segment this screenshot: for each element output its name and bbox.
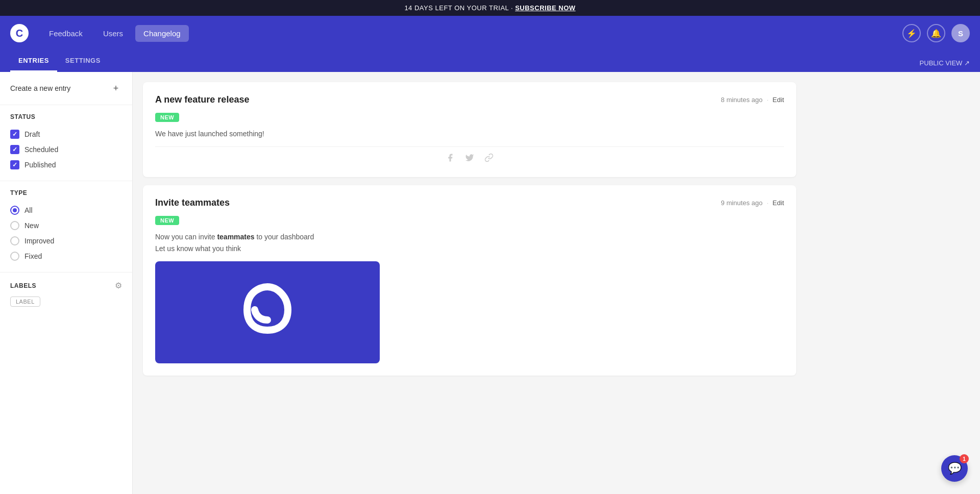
status-filter-title: Status xyxy=(10,113,122,120)
type-all[interactable]: All xyxy=(10,203,122,218)
sub-nav-right: PUBLIC VIEW ↗ xyxy=(920,59,970,72)
all-label: All xyxy=(24,206,33,214)
flash-icon: ⚡ xyxy=(906,29,917,38)
logo[interactable]: C xyxy=(10,24,29,42)
status-draft[interactable]: Draft xyxy=(10,127,122,142)
chat-icon: 💬 xyxy=(948,462,962,475)
new-badge-1: NEW xyxy=(155,216,179,225)
type-improved[interactable]: Improved xyxy=(10,233,122,249)
avatar[interactable]: S xyxy=(951,24,970,42)
bell-icon: 🔔 xyxy=(931,29,941,38)
scheduled-label: Scheduled xyxy=(24,145,58,154)
entry-time-0: 8 minutes ago xyxy=(721,96,763,104)
status-published[interactable]: Published xyxy=(10,157,122,172)
plus-icon: + xyxy=(110,82,122,94)
type-fixed[interactable]: Fixed xyxy=(10,249,122,264)
entry-header-0: A new feature release 8 minutes ago · Ed… xyxy=(155,94,784,105)
nav-changelog[interactable]: Changelog xyxy=(135,25,189,42)
new-label: New xyxy=(24,221,39,230)
create-entry-label: Create a new entry xyxy=(10,84,70,92)
draft-label: Draft xyxy=(24,130,40,138)
sub-nav: ENTRIES SETTINGS PUBLIC VIEW ↗ xyxy=(0,51,980,72)
entry-image-1 xyxy=(155,261,380,363)
tab-settings[interactable]: SETTINGS xyxy=(57,51,109,72)
published-checkbox[interactable] xyxy=(10,160,19,169)
nav-feedback[interactable]: Feedback xyxy=(41,25,91,42)
fixed-label: Fixed xyxy=(24,252,42,260)
link-icon[interactable] xyxy=(484,153,494,165)
nav-right: ⚡ 🔔 S xyxy=(902,24,970,42)
create-entry-button[interactable]: Create a new entry + xyxy=(0,72,132,105)
labels-section: Labels ⚙ LABEL xyxy=(0,273,132,315)
published-label: Published xyxy=(24,161,56,169)
meta-dot-0: · xyxy=(767,96,769,104)
content-area: A new feature release 8 minutes ago · Ed… xyxy=(133,72,806,494)
entry-edit-0[interactable]: Edit xyxy=(773,96,784,104)
meta-dot-1: · xyxy=(767,199,769,207)
entry-meta-0: 8 minutes ago · Edit xyxy=(721,96,784,104)
trial-banner: 14 DAYS LEFT ON YOUR TRIAL · SUBSCRIBE N… xyxy=(0,0,980,16)
flash-button[interactable]: ⚡ xyxy=(902,24,921,42)
status-scheduled[interactable]: Scheduled xyxy=(10,142,122,157)
entry-body-1: Now you can invite teammates to your das… xyxy=(155,231,784,254)
type-filter: Type All New Improved Fixed xyxy=(0,181,132,273)
bell-button[interactable]: 🔔 xyxy=(927,24,945,42)
gear-icon[interactable]: ⚙ xyxy=(115,281,122,290)
top-nav: C Feedback Users Changelog ⚡ 🔔 S xyxy=(0,16,980,51)
entry-title-1: Invite teammates xyxy=(155,197,230,208)
fixed-radio[interactable] xyxy=(10,252,19,261)
entry-card-1: Invite teammates 9 minutes ago · Edit NE… xyxy=(143,185,796,376)
trial-text: 14 DAYS LEFT ON YOUR TRIAL · xyxy=(404,4,515,12)
entry-header-1: Invite teammates 9 minutes ago · Edit xyxy=(155,197,784,208)
label-badge: LABEL xyxy=(10,297,40,307)
type-filter-title: Type xyxy=(10,189,122,196)
new-badge-0: NEW xyxy=(155,113,179,122)
twitter-icon[interactable] xyxy=(465,153,474,165)
all-radio[interactable] xyxy=(10,206,19,215)
labels-header: Labels ⚙ xyxy=(10,281,122,290)
subscribe-link[interactable]: SUBSCRIBE NOW xyxy=(515,4,575,12)
status-filter: Status Draft Scheduled Published xyxy=(0,105,132,181)
type-new[interactable]: New xyxy=(10,218,122,233)
entry-title-0: A new feature release xyxy=(155,94,249,105)
entry-meta-1: 9 minutes ago · Edit xyxy=(721,199,784,207)
improved-label: Improved xyxy=(24,237,54,245)
chat-badge: 1 xyxy=(960,454,969,463)
tab-entries[interactable]: ENTRIES xyxy=(10,51,57,72)
logo-icon: C xyxy=(16,28,23,39)
nav-users[interactable]: Users xyxy=(95,25,131,42)
share-icons-0 xyxy=(155,146,784,165)
entry-time-1: 9 minutes ago xyxy=(721,199,763,207)
entry-body-0: We have just launched something! xyxy=(155,128,784,139)
entry-edit-1[interactable]: Edit xyxy=(773,199,784,207)
new-radio[interactable] xyxy=(10,221,19,230)
facebook-icon[interactable] xyxy=(446,153,455,165)
main-layout: Create a new entry + Status Draft Schedu… xyxy=(0,72,980,494)
public-view-link[interactable]: PUBLIC VIEW ↗ xyxy=(920,59,970,67)
improved-radio[interactable] xyxy=(10,236,19,245)
labels-title: Labels xyxy=(10,282,36,289)
draft-checkbox[interactable] xyxy=(10,130,19,139)
nav-links: Feedback Users Changelog xyxy=(41,25,902,42)
sidebar: Create a new entry + Status Draft Schedu… xyxy=(0,72,133,494)
scheduled-checkbox[interactable] xyxy=(10,145,19,154)
right-panel xyxy=(806,72,980,494)
entry-card-0: A new feature release 8 minutes ago · Ed… xyxy=(143,82,796,177)
chat-widget[interactable]: 💬 1 xyxy=(941,455,968,482)
